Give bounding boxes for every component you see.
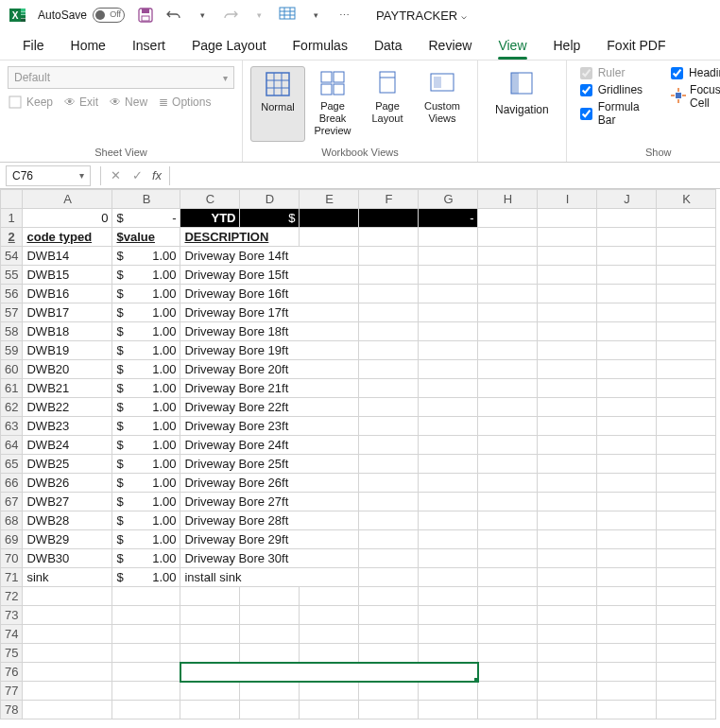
cell[interactable] (419, 530, 478, 549)
cell[interactable] (657, 341, 716, 360)
cell[interactable] (657, 701, 716, 719)
cell[interactable] (359, 285, 419, 303)
cell[interactable] (597, 682, 657, 701)
cell[interactable] (359, 625, 419, 644)
cell[interactable] (538, 322, 597, 341)
select-all-corner[interactable] (1, 190, 23, 209)
cell[interactable] (538, 606, 597, 625)
row-header[interactable]: 74 (1, 625, 23, 644)
cell[interactable] (419, 247, 478, 266)
cell[interactable] (538, 285, 597, 303)
cell[interactable] (478, 474, 538, 493)
cell[interactable] (300, 228, 359, 247)
cell[interactable] (419, 701, 478, 719)
cell[interactable] (180, 587, 240, 606)
cell[interactable] (359, 493, 419, 511)
cell[interactable] (538, 568, 597, 587)
cell-description[interactable]: Driveway Bore 15ft (180, 266, 359, 285)
cell[interactable] (657, 530, 716, 549)
cell[interactable] (597, 606, 657, 625)
cell[interactable] (538, 587, 597, 606)
cell[interactable] (112, 587, 180, 606)
cell[interactable] (359, 303, 419, 322)
name-box[interactable]: C76 ▾ (6, 165, 91, 186)
row-header[interactable]: 68 (1, 511, 23, 530)
gridlines-checkbox[interactable]: Gridlines (580, 83, 643, 96)
document-name[interactable]: PAYTRACKER ⌵ (376, 9, 467, 23)
cell[interactable] (538, 228, 597, 247)
redo-button[interactable] (221, 6, 240, 25)
cell[interactable] (657, 682, 716, 701)
cell-description[interactable]: Driveway Bore 20ft (180, 360, 359, 379)
tab-insert[interactable]: Insert (119, 32, 179, 59)
cell[interactable] (538, 417, 597, 436)
cell[interactable] (478, 436, 538, 455)
cell[interactable] (419, 493, 478, 511)
row-header[interactable]: 76 (1, 663, 23, 682)
cell-code[interactable]: DWB24 (23, 436, 112, 455)
cell[interactable] (478, 360, 538, 379)
cell-code[interactable]: sink (23, 568, 112, 587)
cell[interactable] (538, 682, 597, 701)
column-header-K[interactable]: K (657, 190, 716, 209)
tab-formulas[interactable]: Formulas (280, 32, 361, 59)
cell[interactable] (419, 303, 478, 322)
cell-description[interactable]: install sink (180, 568, 359, 587)
formula-input[interactable] (174, 165, 720, 186)
cell[interactable]: YTD (180, 209, 240, 228)
tab-file[interactable]: File (9, 32, 58, 59)
cell[interactable] (478, 266, 538, 285)
tab-home[interactable]: Home (58, 32, 119, 59)
save-button[interactable] (136, 6, 155, 25)
cell[interactable] (657, 322, 716, 341)
autosave-toggle[interactable]: AutoSave Off (38, 8, 125, 23)
cell[interactable] (419, 549, 478, 568)
cell[interactable] (597, 568, 657, 587)
cell[interactable] (538, 530, 597, 549)
row-header[interactable]: 60 (1, 360, 23, 379)
cell[interactable] (538, 663, 597, 682)
tab-page-layout[interactable]: Page Layout (179, 32, 280, 59)
tab-help[interactable]: Help (540, 32, 594, 59)
row-header[interactable]: 56 (1, 285, 23, 303)
cell-value[interactable]: $1.00 (112, 474, 180, 493)
cell[interactable] (359, 436, 419, 455)
cell[interactable] (478, 303, 538, 322)
cell[interactable] (597, 285, 657, 303)
page-break-preview-button[interactable]: Page Break Preview (305, 66, 360, 142)
cell[interactable] (597, 228, 657, 247)
cell-value[interactable]: $1.00 (112, 398, 180, 417)
cell-code[interactable]: DWB17 (23, 303, 112, 322)
cell[interactable] (538, 701, 597, 719)
cell[interactable] (359, 511, 419, 530)
cell[interactable] (597, 549, 657, 568)
column-header-I[interactable]: I (538, 190, 597, 209)
cell-value[interactable]: $1.00 (112, 247, 180, 266)
cell[interactable] (657, 625, 716, 644)
cell[interactable] (300, 606, 359, 625)
cell[interactable] (359, 209, 419, 228)
cell[interactable] (597, 209, 657, 228)
cell[interactable] (112, 606, 180, 625)
cell[interactable]: code typed (23, 228, 112, 247)
cell[interactable] (300, 625, 359, 644)
cell[interactable] (23, 701, 112, 719)
cell[interactable] (240, 625, 300, 644)
column-header-F[interactable]: F (359, 190, 419, 209)
cell[interactable] (419, 644, 478, 663)
cell[interactable] (478, 549, 538, 568)
cell-value[interactable]: $1.00 (112, 549, 180, 568)
cell[interactable] (478, 209, 538, 228)
cell[interactable] (538, 247, 597, 266)
cell[interactable] (657, 228, 716, 247)
cell-value[interactable]: $1.00 (112, 341, 180, 360)
cell[interactable] (657, 398, 716, 417)
cell[interactable] (180, 606, 240, 625)
cell[interactable] (657, 303, 716, 322)
fx-icon[interactable]: fx (148, 168, 165, 182)
cell-value[interactable]: $1.00 (112, 455, 180, 474)
column-header-G[interactable]: G (419, 190, 478, 209)
cell-code[interactable]: DWB18 (23, 322, 112, 341)
cell-value[interactable]: $1.00 (112, 417, 180, 436)
cell[interactable] (300, 209, 359, 228)
